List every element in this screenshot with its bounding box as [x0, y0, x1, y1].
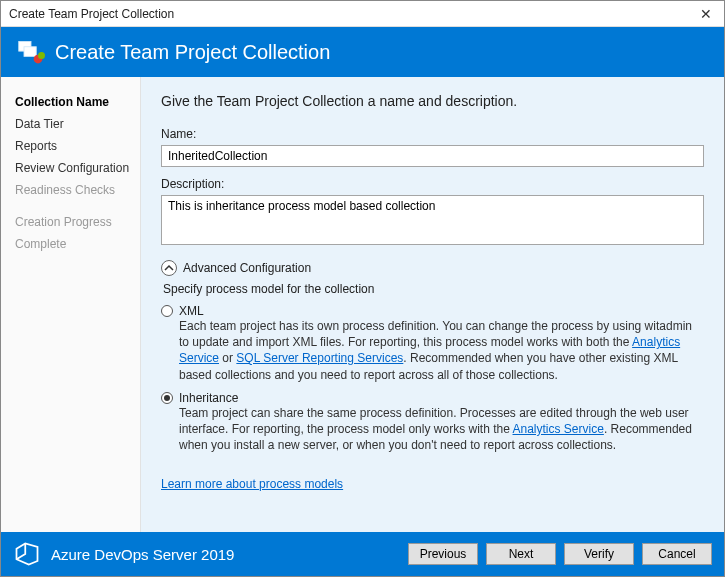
collection-icon [17, 38, 45, 66]
wizard-footer: Azure DevOps Server 2019 Previous Next V… [1, 532, 724, 576]
page-heading: Give the Team Project Collection a name … [161, 93, 704, 109]
sidebar-item-reports[interactable]: Reports [11, 135, 140, 157]
previous-button[interactable]: Previous [408, 543, 478, 565]
radio-inheritance[interactable]: Inheritance [161, 391, 704, 405]
sidebar-item-collection-name[interactable]: Collection Name [11, 91, 140, 113]
wizard-main: Give the Team Project Collection a name … [141, 77, 724, 532]
footer-branding: Azure DevOps Server 2019 [13, 540, 400, 568]
radio-block-inheritance: Inheritance Team project can share the s… [161, 391, 704, 454]
radio-xml[interactable]: XML [161, 304, 704, 318]
sidebar-item-data-tier[interactable]: Data Tier [11, 113, 140, 135]
titlebar: Create Team Project Collection ✕ [1, 1, 724, 27]
radio-block-xml: XML Each team project has its own proces… [161, 304, 704, 383]
link-analytics-service[interactable]: Analytics Service [513, 422, 604, 436]
wizard-sidebar: Collection Name Data Tier Reports Review… [1, 77, 141, 532]
cancel-button[interactable]: Cancel [642, 543, 712, 565]
radio-xml-label: XML [179, 304, 204, 318]
radio-icon[interactable] [161, 305, 173, 317]
advanced-configuration-toggle[interactable]: Advanced Configuration [161, 260, 704, 276]
svg-rect-1 [24, 47, 36, 57]
product-name: Azure DevOps Server 2019 [51, 546, 234, 563]
wizard-header: Create Team Project Collection [1, 27, 724, 77]
azure-devops-icon [13, 540, 41, 568]
description-label: Description: [161, 177, 704, 191]
radio-inheritance-label: Inheritance [179, 391, 238, 405]
radio-inheritance-description: Team project can share the same process … [179, 405, 704, 454]
description-input[interactable] [161, 195, 704, 245]
sidebar-item-creation-progress: Creation Progress [11, 211, 140, 233]
radio-icon[interactable] [161, 392, 173, 404]
wizard-body: Collection Name Data Tier Reports Review… [1, 77, 724, 532]
name-label: Name: [161, 127, 704, 141]
radio-xml-description: Each team project has its own process de… [179, 318, 704, 383]
chevron-up-icon[interactable] [161, 260, 177, 276]
sidebar-item-complete: Complete [11, 233, 140, 255]
close-icon[interactable]: ✕ [696, 6, 716, 22]
process-model-heading: Specify process model for the collection [163, 282, 704, 296]
verify-button[interactable]: Verify [564, 543, 634, 565]
next-button[interactable]: Next [486, 543, 556, 565]
link-learn-more-process-models[interactable]: Learn more about process models [161, 477, 343, 491]
svg-point-3 [38, 52, 45, 59]
sidebar-item-readiness-checks: Readiness Checks [11, 179, 140, 201]
window-title: Create Team Project Collection [9, 7, 174, 21]
advanced-configuration-label: Advanced Configuration [183, 261, 311, 275]
link-sql-reporting-services[interactable]: SQL Server Reporting Services [236, 351, 403, 365]
sidebar-item-review-configuration[interactable]: Review Configuration [11, 157, 140, 179]
name-input[interactable] [161, 145, 704, 167]
header-title: Create Team Project Collection [55, 41, 330, 64]
